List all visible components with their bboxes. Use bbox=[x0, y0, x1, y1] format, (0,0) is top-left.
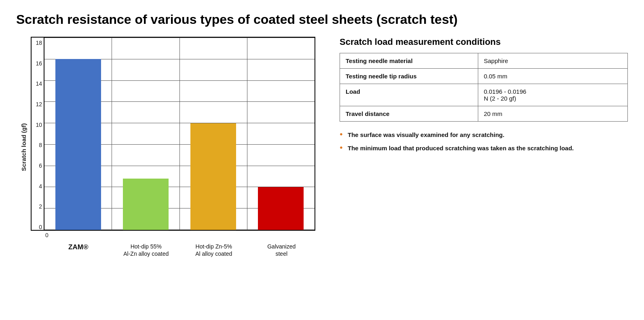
bar-group bbox=[44, 38, 112, 230]
y-tick: 6 bbox=[32, 163, 42, 168]
right-panel: Scratch load measurement conditions Test… bbox=[340, 37, 628, 157]
conditions-table: Testing needle materialSapphireTesting n… bbox=[340, 53, 628, 122]
bar-group bbox=[112, 38, 179, 230]
x-axis-label: ZAM® bbox=[44, 243, 112, 257]
y-tick: 12 bbox=[32, 101, 42, 107]
condition-param: Travel distance bbox=[340, 106, 478, 122]
table-row: Travel distance20 mm bbox=[340, 106, 628, 122]
condition-value: 0.0196 - 0.0196N (2 - 20 gf) bbox=[478, 84, 627, 106]
y-tick: 2 bbox=[32, 204, 42, 209]
table-row: Testing needle materialSapphire bbox=[340, 53, 628, 69]
condition-param: Testing needle tip radius bbox=[340, 69, 478, 84]
bar-group bbox=[247, 38, 315, 230]
y-tick: 0 bbox=[32, 224, 42, 230]
y-tick: 8 bbox=[32, 142, 42, 148]
condition-value: 20 mm bbox=[478, 106, 627, 122]
x-axis-label: Hot-dip Zn-5%Al alloy coated bbox=[180, 243, 248, 257]
condition-value: 0.05 mm bbox=[478, 69, 627, 84]
chart-grid-area: 024681012141618 bbox=[31, 37, 315, 231]
chart-inner: 024681012141618 0 bbox=[31, 37, 315, 257]
bullet-item: The surface was visually examined for an… bbox=[340, 131, 628, 139]
y-axis-label: Scratch load (gf) bbox=[16, 37, 31, 257]
bar bbox=[258, 187, 304, 230]
y-ticks: 024681012141618 bbox=[32, 38, 44, 230]
y-tick: 16 bbox=[32, 61, 42, 66]
y-tick: 4 bbox=[32, 183, 42, 189]
bars-area bbox=[44, 38, 315, 230]
y-tick: 10 bbox=[32, 122, 42, 128]
table-row: Testing needle tip radius0.05 mm bbox=[340, 69, 628, 84]
y-tick: 14 bbox=[32, 81, 42, 86]
y-tick: 18 bbox=[32, 40, 42, 46]
chart-area: Scratch load (gf) 024681012141618 bbox=[16, 37, 315, 257]
bar bbox=[123, 179, 169, 230]
main-content: Scratch load (gf) 024681012141618 bbox=[16, 37, 628, 257]
bar bbox=[55, 59, 101, 230]
bullet-item: The minimum load that produced scratchin… bbox=[340, 144, 628, 152]
conditions-title: Scratch load measurement conditions bbox=[340, 37, 628, 47]
bullet-list: The surface was visually examined for an… bbox=[340, 131, 628, 152]
condition-param: Load bbox=[340, 84, 478, 106]
page-title: Scratch resistance of various types of c… bbox=[16, 12, 628, 27]
table-row: Load0.0196 - 0.0196N (2 - 20 gf) bbox=[340, 84, 628, 106]
x-axis-label: Galvanizedsteel bbox=[248, 243, 316, 257]
x-labels: ZAM®Hot-dip 55%Al-Zn alloy coatedHot-dip… bbox=[31, 243, 315, 257]
zero-label: 0 bbox=[45, 232, 49, 238]
condition-param: Testing needle material bbox=[340, 53, 478, 69]
bar bbox=[190, 123, 236, 230]
bar-group bbox=[179, 38, 247, 230]
condition-value: Sapphire bbox=[478, 53, 627, 69]
bars-container bbox=[44, 38, 315, 230]
x-axis-label: Hot-dip 55%Al-Zn alloy coated bbox=[112, 243, 180, 257]
